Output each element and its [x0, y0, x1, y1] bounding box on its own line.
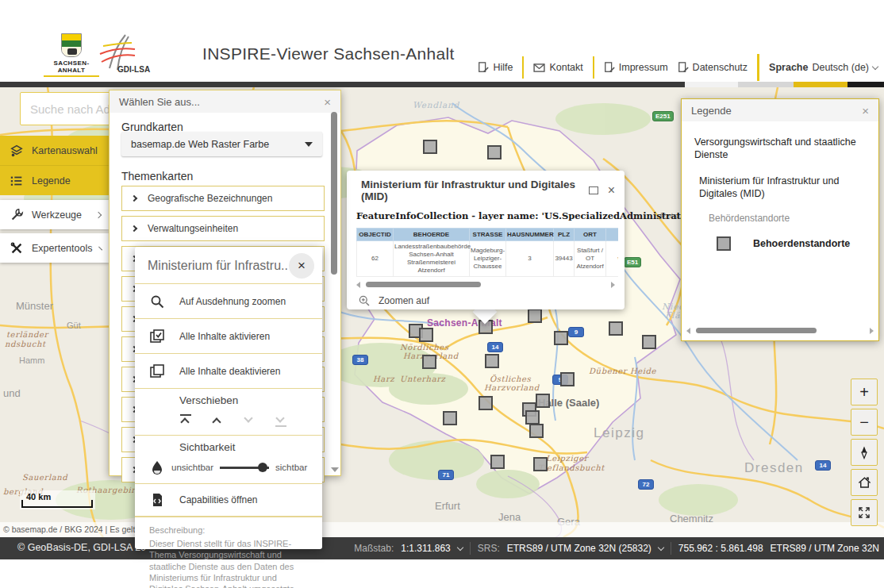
behoerdenstandort-marker[interactable]	[485, 354, 499, 368]
sidebar-item-expertentools[interactable]: Expertentools	[0, 233, 109, 263]
scrollbar-thumb[interactable]	[331, 112, 337, 275]
map-place-label: Harz	[373, 375, 394, 383]
fullscreen-button[interactable]	[851, 499, 878, 526]
feature-popup-header: Ministerium für Infrastruktur und Digita…	[347, 171, 625, 206]
context-menu-header: Ministerium für Infrastru... ×	[135, 247, 322, 283]
scrollbar-thumb[interactable]	[696, 328, 817, 333]
close-icon[interactable]: ×	[608, 184, 615, 197]
map-place-label: ndsbucht	[5, 340, 46, 348]
scale-dropdown-chevron-icon[interactable]	[457, 544, 463, 550]
table-hscrollbar[interactable]	[356, 282, 615, 288]
menu-item-deactivate-all[interactable]: Alle Inhalte deaktivieren	[135, 353, 322, 388]
sidebar-item-werkzeuge[interactable]: Werkzeuge	[0, 200, 109, 229]
zoom-out-button[interactable]: −	[851, 409, 878, 436]
map-place-label: Sauerland	[22, 473, 67, 482]
nav-kontakt[interactable]: Kontakt	[533, 62, 582, 73]
slider-knob[interactable]	[258, 463, 267, 472]
srs-dropdown-chevron-icon[interactable]	[658, 544, 664, 550]
close-icon[interactable]: ×	[862, 105, 869, 117]
basemap-select[interactable]: basemap.de Web Raster Farbe	[121, 132, 322, 156]
legend-service-name: Ministerium für Infrastruktur und Digita…	[699, 175, 858, 201]
theme-label: Verwaltungseinheiten	[148, 223, 238, 234]
plus-icon: +	[859, 383, 869, 402]
scroll-right-arrow-icon[interactable]	[611, 282, 615, 288]
behoerdenstandort-marker[interactable]	[528, 309, 542, 323]
map-place-label: terländer	[6, 330, 48, 339]
zoom-to-feature-link[interactable]: Zoomen auf	[358, 294, 625, 307]
basemap-select-value: basemap.de Web Raster Farbe	[131, 139, 269, 150]
attribution-text: © basemap.de / BKG 2024 | Es gelten	[3, 525, 144, 534]
behoerdenstandort-marker[interactable]	[423, 140, 437, 154]
legend-hscrollbar[interactable]	[686, 328, 874, 334]
coat-of-arms-icon	[61, 33, 82, 57]
table-header-cell: PLZ	[554, 229, 575, 241]
menu-item-capabilities[interactable]: Capabilities öffnen	[135, 483, 322, 517]
close-icon[interactable]: ×	[324, 96, 331, 108]
behoerdenstandort-marker[interactable]	[490, 455, 505, 469]
scroll-down-arrow-icon[interactable]	[331, 467, 339, 472]
table-cell: www.lsbb. anha	[606, 241, 619, 277]
home-button[interactable]	[851, 469, 878, 496]
sichtbarkeit-label: Sichtbarkeit	[179, 441, 322, 453]
move-up-button[interactable]	[211, 414, 224, 425]
sidebar-item-legende[interactable]: Legende	[0, 165, 109, 195]
map-place-label: und	[3, 387, 21, 399]
behoerdenstandort-marker[interactable]	[642, 335, 656, 349]
scroll-right-arrow-icon[interactable]	[870, 328, 874, 334]
move-to-bottom-button[interactable]	[275, 414, 287, 425]
behoerdenstandort-marker[interactable]	[560, 372, 575, 386]
scroll-left-arrow-icon[interactable]	[356, 282, 360, 288]
compass-button[interactable]	[851, 439, 878, 466]
layer-panel-scrollbar[interactable]	[331, 112, 337, 455]
map-place-label: Wendland	[413, 100, 459, 110]
themenkarten-heading: Themenkarten	[121, 170, 193, 183]
behoerdenstandort-marker[interactable]	[422, 355, 436, 369]
magnifier-icon	[149, 294, 165, 309]
table-row: 62Landesstraßenbaubehörde Sachsen-Anhalt…	[357, 241, 619, 277]
behoerdenstandort-marker[interactable]	[536, 394, 550, 408]
move-layer-block: Verschieben	[135, 388, 322, 435]
context-menu-title: Ministerium für Infrastru...	[148, 259, 289, 273]
behoerdenstandort-marker[interactable]	[487, 145, 502, 159]
menu-item-activate-all[interactable]: Alle Inhalte aktivieren	[135, 318, 322, 353]
feature-table: OBJECTIDBEHOERDESTRASSEHAUSNUMMERPLZORTI…	[356, 228, 618, 277]
scroll-left-arrow-icon[interactable]	[686, 328, 690, 334]
menu-item-zoom-extent[interactable]: Auf Ausdehnung zoomen	[135, 283, 322, 318]
scrollbar-thumb[interactable]	[366, 282, 481, 287]
theme-accordion-row[interactable]: Geografische Bezeichnungen	[121, 186, 325, 211]
menu-item-label: Capabilities öffnen	[179, 494, 258, 505]
sachsen-anhalt-logo-text: SACHSEN-ANHALT	[44, 60, 99, 77]
legend-header[interactable]: Legende ×	[682, 99, 878, 121]
nav-separator	[593, 56, 594, 79]
theme-accordion-row[interactable]: Verwaltungseinheiten	[121, 216, 325, 241]
road-number-badge: 14	[487, 342, 503, 352]
capabilities-doc-icon	[149, 492, 165, 508]
nav-impressum[interactable]: Impressum	[604, 62, 668, 73]
impressum-doc-icon	[604, 62, 615, 73]
nav-hilfe[interactable]: Hilfe	[478, 62, 513, 73]
sidebar-item-kartenauswahl[interactable]: Kartenauswahl	[0, 136, 109, 165]
behoerdenstandort-marker[interactable]	[525, 410, 540, 425]
opacity-slider[interactable]	[220, 463, 269, 472]
chevron-down-icon	[872, 63, 878, 69]
close-icon[interactable]: ×	[289, 253, 314, 279]
maximize-icon[interactable]	[589, 186, 598, 194]
layer-panel-header[interactable]: Wählen Sie aus... ×	[110, 90, 340, 113]
verschieben-label: Verschieben	[179, 394, 322, 406]
nav-datenschutz[interactable]: Datenschutz	[678, 62, 748, 73]
behoerdenstandort-marker[interactable]	[479, 396, 493, 410]
inspire-viewer-app: WendlandPotsdamNiedereFlämingSachsen-Anh…	[0, 0, 884, 588]
move-to-top-button[interactable]	[179, 414, 192, 425]
zoom-in-button[interactable]: +	[851, 379, 878, 405]
layer-description: Beschreibung: Dieser Dienst stellt für d…	[135, 517, 322, 588]
behoerdenstandort-marker[interactable]	[419, 328, 433, 342]
behoerdenstandort-marker[interactable]	[443, 411, 457, 425]
behoerdenstandort-marker[interactable]	[554, 331, 568, 345]
move-down-button[interactable]	[243, 414, 256, 425]
behoerdenstandort-marker[interactable]	[529, 424, 544, 438]
behoerdenstandort-marker[interactable]	[609, 321, 623, 336]
behoerdenstandort-marker[interactable]	[533, 457, 548, 471]
table-header-cell: INTERNET	[606, 229, 619, 241]
language-selector[interactable]: Sprache Deutsch (de)	[769, 62, 878, 73]
zoom-plus-icon	[358, 294, 371, 307]
